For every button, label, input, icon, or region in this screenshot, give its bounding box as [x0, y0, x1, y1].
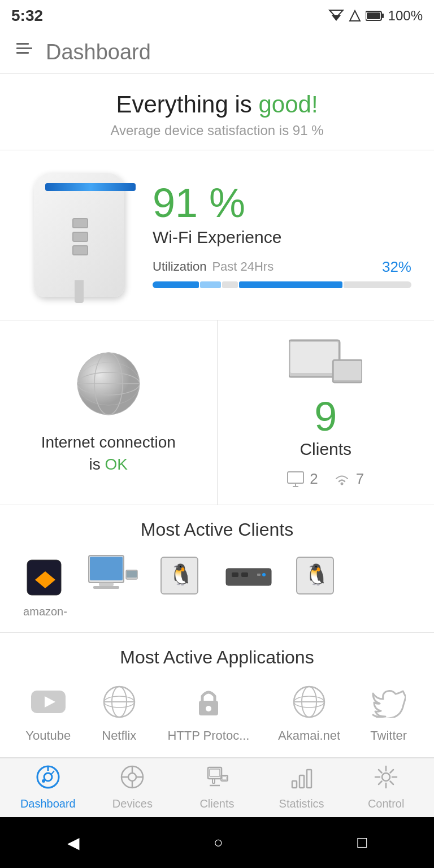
svg-rect-8	[16, 52, 29, 54]
svg-rect-68	[292, 781, 297, 788]
nav-item-control[interactable]: Control	[358, 765, 414, 810]
nav-item-clients[interactable]: Clients	[189, 765, 245, 810]
svg-rect-15	[290, 342, 338, 373]
wifi-label: Wi-Fi Experience	[153, 228, 411, 247]
nav-label: Statistics	[279, 797, 324, 810]
svg-rect-17	[334, 361, 361, 380]
dashboard-icon	[36, 765, 60, 794]
apps-list: Youtube Netflix H	[11, 682, 423, 743]
app-name: Youtube	[25, 728, 71, 743]
nav-item-dashboard[interactable]: Dashboard	[20, 765, 76, 810]
linux-device2-icon: 🐧	[291, 554, 342, 600]
svg-point-52	[44, 773, 52, 781]
app-name: Netflix	[102, 728, 136, 743]
linux-device-icon: 🐧	[155, 554, 206, 600]
monitor-device-icon	[88, 554, 138, 600]
active-clients-title: Most Active Clients	[11, 519, 423, 540]
svg-rect-5	[367, 12, 380, 19]
svg-point-46	[206, 706, 211, 711]
svg-rect-69	[300, 775, 304, 788]
util-past: Past 24Hrs	[212, 259, 274, 274]
svg-point-21	[340, 482, 343, 485]
nav-label: Control	[368, 797, 404, 810]
list-item[interactable]: 🐧	[288, 554, 345, 618]
active-apps-title: Most Active Applications	[11, 647, 423, 668]
svg-rect-7	[16, 47, 32, 49]
youtube-icon	[28, 682, 68, 722]
globe-icon	[75, 350, 142, 420]
status-subtitle: Average device satisfaction is 91 %	[11, 123, 423, 138]
list-item[interactable]: Akamai.net	[278, 682, 340, 743]
svg-rect-67	[222, 776, 227, 780]
svg-point-36	[262, 573, 266, 576]
list-item[interactable]: 🐧	[153, 554, 209, 618]
wireless-clients: 7	[332, 470, 364, 488]
active-apps-section: Most Active Applications Youtube	[0, 633, 434, 758]
twitter-icon	[369, 682, 409, 722]
amazon-device-icon	[20, 554, 71, 600]
router-image	[23, 167, 136, 303]
recent-android-button[interactable]: □	[357, 834, 367, 852]
svg-rect-26	[99, 583, 114, 586]
client-name: amazon-	[23, 605, 67, 618]
wifi-percent: 91 %	[153, 183, 411, 223]
nav-item-devices[interactable]: Devices	[104, 765, 160, 810]
svg-rect-18	[288, 472, 303, 483]
statistics-icon	[290, 765, 314, 794]
clients-panel: 9 Clients 2 7	[218, 320, 435, 505]
clients-count: 9	[314, 396, 337, 437]
time: 5:32	[11, 7, 43, 25]
netflix-globe-icon	[99, 682, 139, 722]
list-item[interactable]	[85, 554, 141, 618]
box-device-icon	[223, 554, 274, 600]
clients-nav-icon	[205, 765, 229, 794]
svg-rect-33	[232, 572, 238, 577]
svg-rect-25	[90, 557, 123, 580]
svg-text:🐧: 🐧	[168, 562, 194, 587]
status-icons: 100%	[328, 8, 423, 24]
list-item[interactable]: Youtube	[25, 682, 71, 743]
clients-list: amazon- 🐧	[11, 554, 423, 618]
svg-point-71	[382, 773, 390, 781]
util-value: 32%	[382, 258, 411, 276]
list-item[interactable]: Netflix	[99, 682, 139, 743]
list-item[interactable]: HTTP Protoc...	[167, 682, 249, 743]
battery-icon	[366, 11, 384, 21]
internet-status-text: Internet connection is OK	[41, 431, 176, 475]
utilization-row: Utilization Past 24Hrs 32%	[153, 258, 411, 276]
svg-point-57	[128, 773, 136, 781]
nav-item-statistics[interactable]: Statistics	[274, 765, 330, 810]
nav-label: Dashboard	[20, 797, 76, 810]
svg-rect-70	[307, 770, 311, 788]
internet-panel: Internet connection is OK	[0, 320, 218, 505]
clients-label: Clients	[300, 440, 351, 459]
back-android-button[interactable]: ◀	[67, 834, 80, 852]
svg-marker-2	[350, 11, 360, 21]
svg-point-55	[42, 779, 45, 783]
clients-icon	[289, 337, 362, 390]
lock-icon	[189, 682, 228, 722]
progress-bar	[153, 281, 411, 288]
list-item[interactable]: Twitter	[369, 682, 409, 743]
monitor-icon	[287, 471, 305, 487]
svg-rect-63	[210, 769, 220, 776]
list-item[interactable]: amazon-	[17, 554, 73, 618]
devices-icon	[120, 765, 144, 794]
status-headline: Everything is good!	[11, 91, 423, 118]
control-icon	[374, 765, 398, 794]
util-label: Utilization	[153, 259, 206, 274]
list-item[interactable]	[220, 554, 277, 618]
svg-rect-27	[93, 586, 119, 589]
bottom-nav: Dashboard Devices	[0, 758, 434, 817]
wifi-clients-icon	[332, 471, 351, 487]
wifi-section: 91 % Wi-Fi Experience Utilization Past 2…	[0, 150, 434, 320]
back-button[interactable]	[14, 40, 34, 65]
nav-label: Devices	[112, 797, 153, 810]
wifi-info: 91 % Wi-Fi Experience Utilization Past 2…	[153, 183, 411, 288]
app-name: HTTP Protoc...	[167, 728, 249, 743]
header: Dashboard	[0, 31, 434, 74]
svg-rect-29	[127, 571, 137, 578]
status-section: Everything is good! Average device satis…	[0, 74, 434, 150]
home-android-button[interactable]: ○	[214, 834, 223, 852]
internet-clients-section: Internet connection is OK 9 Clients 2	[0, 320, 434, 505]
